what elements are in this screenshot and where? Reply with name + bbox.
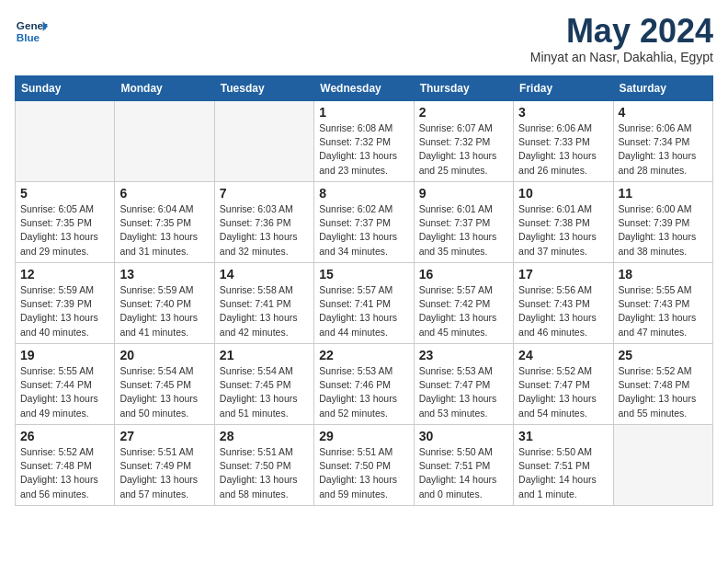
day-info: Sunrise: 6:02 AMSunset: 7:37 PMDaylight:…	[319, 202, 408, 259]
month-title: May 2024	[530, 15, 713, 48]
day-info: Sunrise: 5:51 AMSunset: 7:49 PMDaylight:…	[119, 445, 209, 501]
day-info: Sunrise: 5:52 AMSunset: 7:48 PMDaylight:…	[20, 445, 109, 501]
calendar-header-cell: Saturday	[613, 76, 712, 101]
calendar-day-cell: 25Sunrise: 5:52 AMSunset: 7:48 PMDayligh…	[613, 344, 712, 425]
logo-icon: General Blue	[15, 15, 48, 48]
day-number: 6	[119, 186, 209, 201]
day-info: Sunrise: 6:01 AMSunset: 7:38 PMDaylight:…	[518, 202, 608, 259]
calendar-week-row: 5Sunrise: 6:05 AMSunset: 7:35 PMDaylight…	[16, 182, 713, 263]
day-number: 2	[419, 105, 508, 120]
day-number: 8	[319, 186, 408, 201]
calendar-header-cell: Friday	[514, 76, 613, 101]
page-header: General Blue May 2024 Minyat an Nasr, Da…	[15, 15, 713, 64]
calendar-day-cell: 9Sunrise: 6:01 AMSunset: 7:37 PMDaylight…	[414, 182, 513, 263]
calendar-day-cell	[16, 101, 115, 182]
calendar-header-cell: Monday	[115, 76, 214, 101]
day-number: 23	[419, 348, 508, 362]
day-number: 15	[319, 267, 408, 282]
calendar-body: 1Sunrise: 6:08 AMSunset: 7:32 PMDaylight…	[16, 101, 713, 506]
day-number: 10	[518, 186, 608, 201]
calendar-day-cell: 22Sunrise: 5:53 AMSunset: 7:46 PMDayligh…	[314, 344, 414, 425]
calendar-day-cell: 13Sunrise: 5:59 AMSunset: 7:40 PMDayligh…	[115, 263, 214, 344]
calendar-day-cell: 12Sunrise: 5:59 AMSunset: 7:39 PMDayligh…	[16, 263, 115, 344]
day-info: Sunrise: 5:51 AMSunset: 7:50 PMDaylight:…	[319, 445, 408, 501]
day-number: 26	[20, 429, 109, 443]
calendar-day-cell: 17Sunrise: 5:56 AMSunset: 7:43 PMDayligh…	[514, 263, 613, 344]
day-number: 24	[518, 348, 608, 362]
calendar-day-cell: 6Sunrise: 6:04 AMSunset: 7:35 PMDaylight…	[115, 182, 214, 263]
day-info: Sunrise: 5:50 AMSunset: 7:51 PMDaylight:…	[419, 445, 508, 501]
day-number: 5	[20, 186, 109, 201]
calendar-day-cell: 10Sunrise: 6:01 AMSunset: 7:38 PMDayligh…	[514, 182, 613, 263]
day-info: Sunrise: 5:55 AMSunset: 7:43 PMDaylight:…	[619, 283, 708, 339]
day-number: 14	[220, 267, 309, 282]
day-number: 30	[419, 429, 508, 443]
day-info: Sunrise: 6:06 AMSunset: 7:33 PMDaylight:…	[518, 121, 608, 178]
day-number: 17	[518, 267, 608, 282]
calendar-day-cell: 16Sunrise: 5:57 AMSunset: 7:42 PMDayligh…	[414, 263, 513, 344]
calendar-day-cell	[613, 425, 712, 506]
calendar-day-cell: 1Sunrise: 6:08 AMSunset: 7:32 PMDaylight…	[314, 101, 414, 182]
calendar-day-cell	[115, 101, 214, 182]
calendar-week-row: 19Sunrise: 5:55 AMSunset: 7:44 PMDayligh…	[16, 344, 713, 425]
calendar-week-row: 26Sunrise: 5:52 AMSunset: 7:48 PMDayligh…	[16, 425, 713, 506]
calendar-day-cell: 8Sunrise: 6:02 AMSunset: 7:37 PMDaylight…	[314, 182, 414, 263]
day-number: 13	[119, 267, 209, 282]
calendar-day-cell	[214, 101, 313, 182]
day-info: Sunrise: 5:53 AMSunset: 7:47 PMDaylight:…	[419, 364, 508, 420]
day-info: Sunrise: 6:01 AMSunset: 7:37 PMDaylight:…	[419, 202, 508, 259]
day-number: 29	[319, 429, 408, 443]
calendar-day-cell: 30Sunrise: 5:50 AMSunset: 7:51 PMDayligh…	[414, 425, 513, 506]
day-info: Sunrise: 5:54 AMSunset: 7:45 PMDaylight:…	[220, 364, 309, 420]
day-info: Sunrise: 5:54 AMSunset: 7:45 PMDaylight:…	[119, 364, 209, 420]
title-block: May 2024 Minyat an Nasr, Dakahlia, Egypt	[530, 15, 713, 64]
calendar-day-cell: 28Sunrise: 5:51 AMSunset: 7:50 PMDayligh…	[214, 425, 313, 506]
day-info: Sunrise: 6:00 AMSunset: 7:39 PMDaylight:…	[619, 202, 708, 259]
day-info: Sunrise: 5:57 AMSunset: 7:41 PMDaylight:…	[319, 283, 408, 339]
day-number: 16	[419, 267, 508, 282]
day-number: 27	[119, 429, 209, 443]
day-info: Sunrise: 5:52 AMSunset: 7:48 PMDaylight:…	[619, 364, 708, 420]
calendar-header-cell: Thursday	[414, 76, 513, 101]
day-number: 18	[619, 267, 708, 282]
calendar-day-cell: 3Sunrise: 6:06 AMSunset: 7:33 PMDaylight…	[514, 101, 613, 182]
calendar-header-cell: Sunday	[16, 76, 115, 101]
day-number: 20	[119, 348, 209, 362]
day-number: 3	[518, 105, 608, 120]
day-info: Sunrise: 6:07 AMSunset: 7:32 PMDaylight:…	[419, 121, 508, 178]
calendar-header-cell: Wednesday	[314, 76, 414, 101]
day-info: Sunrise: 5:50 AMSunset: 7:51 PMDaylight:…	[518, 445, 608, 501]
day-number: 1	[319, 105, 408, 120]
day-info: Sunrise: 5:59 AMSunset: 7:40 PMDaylight:…	[119, 283, 209, 339]
calendar-day-cell: 14Sunrise: 5:58 AMSunset: 7:41 PMDayligh…	[214, 263, 313, 344]
day-info: Sunrise: 6:04 AMSunset: 7:35 PMDaylight:…	[119, 202, 209, 259]
day-info: Sunrise: 5:51 AMSunset: 7:50 PMDaylight:…	[220, 445, 309, 501]
day-number: 12	[20, 267, 109, 282]
calendar-day-cell: 31Sunrise: 5:50 AMSunset: 7:51 PMDayligh…	[514, 425, 613, 506]
calendar-day-cell: 7Sunrise: 6:03 AMSunset: 7:36 PMDaylight…	[214, 182, 313, 263]
day-info: Sunrise: 5:58 AMSunset: 7:41 PMDaylight:…	[220, 283, 309, 339]
day-number: 22	[319, 348, 408, 362]
location: Minyat an Nasr, Dakahlia, Egypt	[530, 50, 713, 64]
calendar-week-row: 1Sunrise: 6:08 AMSunset: 7:32 PMDaylight…	[16, 101, 713, 182]
calendar-day-cell: 20Sunrise: 5:54 AMSunset: 7:45 PMDayligh…	[115, 344, 214, 425]
day-info: Sunrise: 5:56 AMSunset: 7:43 PMDaylight:…	[518, 283, 608, 339]
calendar-week-row: 12Sunrise: 5:59 AMSunset: 7:39 PMDayligh…	[16, 263, 713, 344]
calendar-day-cell: 15Sunrise: 5:57 AMSunset: 7:41 PMDayligh…	[314, 263, 414, 344]
calendar-day-cell: 29Sunrise: 5:51 AMSunset: 7:50 PMDayligh…	[314, 425, 414, 506]
day-number: 28	[220, 429, 309, 443]
calendar-day-cell: 4Sunrise: 6:06 AMSunset: 7:34 PMDaylight…	[613, 101, 712, 182]
day-number: 9	[419, 186, 508, 201]
calendar-day-cell: 11Sunrise: 6:00 AMSunset: 7:39 PMDayligh…	[613, 182, 712, 263]
day-number: 25	[619, 348, 708, 362]
day-info: Sunrise: 5:55 AMSunset: 7:44 PMDaylight:…	[20, 364, 109, 420]
calendar-day-cell: 19Sunrise: 5:55 AMSunset: 7:44 PMDayligh…	[16, 344, 115, 425]
svg-text:Blue: Blue	[17, 31, 40, 43]
calendar-table: SundayMondayTuesdayWednesdayThursdayFrid…	[15, 75, 713, 506]
day-number: 31	[518, 429, 608, 443]
day-number: 19	[20, 348, 109, 362]
calendar-day-cell: 18Sunrise: 5:55 AMSunset: 7:43 PMDayligh…	[613, 263, 712, 344]
calendar-day-cell: 27Sunrise: 5:51 AMSunset: 7:49 PMDayligh…	[115, 425, 214, 506]
calendar-day-cell: 21Sunrise: 5:54 AMSunset: 7:45 PMDayligh…	[214, 344, 313, 425]
calendar-day-cell: 26Sunrise: 5:52 AMSunset: 7:48 PMDayligh…	[16, 425, 115, 506]
